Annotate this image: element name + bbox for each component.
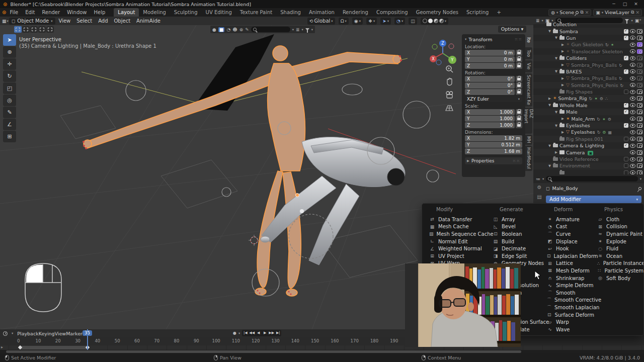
menu-item[interactable]: ∿ Simple Deform (545, 282, 594, 289)
box-icon[interactable]: ■ (218, 27, 225, 32)
menu-item[interactable]: ◩ Displace (545, 238, 594, 245)
properties-search-input[interactable] (546, 176, 637, 182)
tool-button[interactable]: ✛ (3, 58, 16, 70)
expander-arrow[interactable]: ▶ (561, 117, 566, 121)
zoom-icon[interactable] (445, 64, 454, 73)
checkbox-toggle[interactable] (624, 137, 628, 141)
workspace-tab[interactable]: Texture Paint (236, 8, 277, 17)
expander-arrow[interactable]: ▶ (561, 63, 566, 67)
menu-item[interactable]: ⌒ Curve (545, 230, 594, 238)
scale-field[interactable]: X1.000 (465, 109, 515, 115)
tool-button[interactable]: ⊞ (3, 131, 16, 142)
row-label[interactable]: Male_Arm (572, 116, 595, 122)
checkbox-toggle[interactable] (624, 29, 628, 34)
row-label[interactable]: Sombra (559, 29, 578, 34)
checkbox-toggle[interactable] (624, 143, 628, 148)
n-panel-tab[interactable]: Screencast Ke (525, 73, 532, 107)
transform-orientation[interactable]: ⟲ Global ▾ (307, 18, 335, 25)
current-frame-badge[interactable]: 35 (83, 330, 92, 336)
checkbox-toggle[interactable] (624, 123, 628, 128)
menu-item[interactable]: ∴ Particle Instance (595, 260, 643, 267)
menu-item[interactable]: ∩ Shrinkwrap (545, 275, 594, 282)
menu-item[interactable]: ◎ Soft Body (595, 275, 643, 282)
outliner-row[interactable]: Collection (533, 21, 644, 28)
lock-button[interactable] (516, 82, 522, 88)
select-mode-subtract[interactable] (30, 26, 38, 33)
select-mode-intersect[interactable] (46, 26, 54, 33)
add-modifier-button[interactable]: Add Modifier▾ (546, 196, 641, 203)
lock-button[interactable] (516, 116, 522, 122)
outliner-row[interactable]: ▶ ✶ Translocator Skeleton (533, 48, 644, 55)
people-icon[interactable]: ☻ (232, 27, 237, 32)
outliner-row[interactable]: ▼ Environment (533, 162, 644, 169)
row-label[interactable]: Eyelashes (571, 129, 595, 135)
lock-button[interactable] (516, 122, 522, 128)
camera-toggle-icon[interactable] (637, 110, 642, 114)
copy-icon[interactable]: ⧉ (631, 10, 634, 15)
menu-item[interactable]: Window (63, 10, 90, 15)
workspace-tab[interactable]: Sculpting (170, 8, 202, 17)
outliner-row[interactable]: ▼ Gun (533, 35, 644, 41)
checkbox-toggle[interactable] (624, 69, 628, 74)
sphere-icon[interactable]: ● (212, 27, 216, 32)
menu-item[interactable]: ⊠ Collision (595, 223, 643, 231)
viewport-menu-item[interactable]: Add (95, 18, 111, 24)
outliner-row[interactable]: ▼ Colliders (533, 55, 644, 61)
row-label[interactable]: Camera & Lighting (559, 143, 604, 148)
camera-toggle-icon[interactable] (637, 63, 642, 67)
timeline-scrollbar[interactable] (0, 350, 644, 353)
row-label[interactable]: Collection (553, 22, 577, 27)
camera-toggle-icon[interactable] (637, 117, 642, 121)
expander-arrow[interactable]: ▼ (555, 110, 559, 114)
menu-item[interactable]: ≈ Dynamic Paint (595, 230, 643, 238)
timeline-menu-item[interactable]: Marker (66, 331, 83, 336)
properties-section[interactable]: ▶Properties⁙⁙ (465, 157, 522, 164)
camera-toggle-icon[interactable] (637, 157, 642, 161)
menu-item[interactable]: ▱ Warp (545, 318, 594, 326)
n-panel-tab[interactable]: DAZ Import (525, 108, 532, 134)
viewport-menu-item[interactable]: AnimAide (133, 18, 164, 24)
editor-type-icon[interactable]: ▦ (2, 19, 7, 24)
lock-button[interactable] (516, 50, 522, 56)
menu-item[interactable]: ⊞ Lattice (545, 260, 594, 267)
outliner-row[interactable]: ▼ Camera & Lighting (533, 142, 644, 149)
menu-item[interactable]: ◪ Decimate (491, 245, 544, 252)
pin-icon[interactable] (575, 10, 579, 14)
menu-item[interactable]: Edit (22, 10, 38, 15)
tool-button[interactable]: ↻ (3, 70, 16, 82)
xray-toggle[interactable]: ◫ (409, 18, 417, 25)
n-panel-tab[interactable]: Too (525, 47, 532, 59)
checkbox-toggle[interactable] (624, 163, 628, 168)
checkbox-toggle[interactable] (624, 110, 628, 114)
row-label[interactable]: Translocator Skeleton (572, 49, 623, 54)
viewport-menu-item[interactable]: Select (73, 18, 95, 24)
outliner-row[interactable]: ▼ BAKES (533, 68, 644, 75)
eye-icon[interactable] (630, 56, 635, 60)
location-field[interactable]: X0 m (465, 50, 515, 56)
menu-item[interactable]: File (6, 10, 22, 15)
rotation-field[interactable]: X0° (465, 76, 515, 82)
outliner-row[interactable] (533, 169, 644, 174)
transport-button[interactable]: ◀ (255, 330, 262, 336)
window-control-button[interactable]: ─ (609, 2, 619, 7)
outliner-row[interactable]: ▼ Eyelashes (533, 122, 644, 129)
viewport-menu-item[interactable]: Object (111, 18, 134, 24)
eye-icon[interactable] (630, 63, 635, 67)
camera-view-icon[interactable] (445, 90, 454, 100)
workspace-tab[interactable]: Geometry Nodes (412, 8, 462, 17)
close-icon[interactable]: ✕ (585, 10, 589, 15)
keyframe-channel[interactable] (0, 345, 644, 350)
timeline-menu-item[interactable]: Playback (17, 331, 38, 336)
tool-button[interactable]: ⊕ (3, 46, 16, 58)
eye-icon[interactable] (630, 43, 635, 47)
scene-selector[interactable]: ◍▾ Scene ⧉ ✕ (548, 9, 591, 16)
properties-tab-icon[interactable]: ▤ (537, 194, 541, 200)
material-shading-button[interactable] (434, 19, 438, 23)
eye-icon[interactable] (630, 130, 635, 134)
workspace-tab[interactable]: Scripting (462, 8, 493, 17)
expander-arrow[interactable]: ▼ (555, 69, 559, 73)
eye-icon[interactable] (630, 124, 635, 128)
funnel-filter-icon[interactable] (305, 28, 309, 31)
menu-item[interactable]: ▦ Mesh Cache (427, 223, 490, 231)
expander-arrow[interactable]: ▼ (548, 164, 553, 168)
